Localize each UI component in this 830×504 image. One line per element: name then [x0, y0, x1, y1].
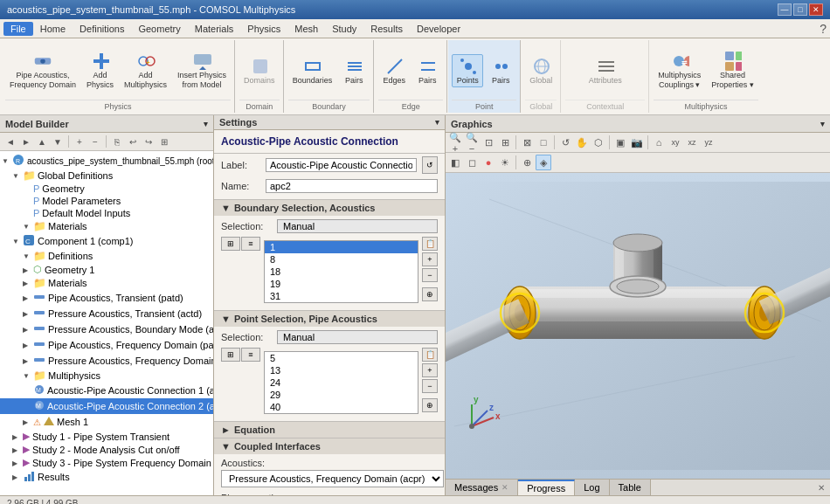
- materials-global-expand-icon[interactable]: [23, 222, 33, 231]
- definitions-expand-icon[interactable]: [23, 252, 33, 260]
- domains-button[interactable]: Domains: [239, 54, 280, 88]
- tree-item-apc2[interactable]: M Acoustic-Pipe Acoustic Connection 2 (a…: [0, 398, 213, 414]
- wireframe-button[interactable]: ⬡: [591, 135, 606, 150]
- tree-item-model-params[interactable]: P Model Parameters: [0, 195, 213, 207]
- light-button[interactable]: ☀: [497, 155, 513, 170]
- selection-highlight-button[interactable]: ◈: [536, 155, 551, 170]
- attributes-button[interactable]: Attributes: [584, 54, 626, 88]
- boundary-pairs-button[interactable]: Pairs: [338, 54, 370, 88]
- mb-up-button[interactable]: ▲: [35, 135, 49, 148]
- point-view-btn-1[interactable]: ⊞: [221, 348, 240, 362]
- zoom-in-button[interactable]: 🔍+: [447, 135, 463, 150]
- boundary-item-8[interactable]: 8: [265, 253, 418, 266]
- point-selection-list[interactable]: 5 13 24 29 40: [264, 351, 418, 414]
- tab-table[interactable]: Table: [610, 480, 651, 495]
- tree-item-pipe-acoustics-fd[interactable]: Pipe Acoustics, Frequency Domain (pafd): [0, 337, 213, 353]
- study1-expand-icon[interactable]: [12, 432, 23, 441]
- geom1-expand-icon[interactable]: [23, 266, 33, 274]
- close-button[interactable]: ✕: [809, 3, 823, 16]
- shared-properties-button[interactable]: SharedProperties ▾: [707, 49, 758, 93]
- acoustics-select[interactable]: Pressure Acoustics, Frequency Domain (ac…: [221, 470, 444, 487]
- point-item-13[interactable]: 13: [265, 364, 418, 376]
- menu-home[interactable]: Home: [33, 22, 73, 36]
- select-all-button[interactable]: ⊠: [519, 135, 535, 150]
- menu-file[interactable]: File: [3, 22, 33, 36]
- menu-materials[interactable]: Materials: [188, 22, 241, 36]
- tree-item-study2[interactable]: ▶ Study 2 - Mode Analysis Cut on/off: [0, 443, 213, 456]
- name-input[interactable]: [266, 179, 438, 193]
- label-reset-button[interactable]: ↺: [422, 156, 438, 174]
- boundary-paste-btn[interactable]: 📋: [422, 237, 438, 251]
- tree-item-pressure-t[interactable]: Pressure Acoustics, Transient (actd): [0, 306, 213, 321]
- settings-collapse-icon[interactable]: ▾: [435, 118, 439, 127]
- equation-header[interactable]: ► Equation: [214, 422, 445, 438]
- tree-item-materials-global[interactable]: 📁 Materials: [0, 219, 213, 233]
- window-controls[interactable]: — □ ✕: [778, 3, 823, 16]
- zoom-select-button[interactable]: ⊞: [497, 135, 513, 150]
- mb-down-button[interactable]: ▼: [51, 135, 65, 148]
- global-button[interactable]: Global: [525, 54, 557, 88]
- reset-view-button[interactable]: ⌂: [651, 135, 667, 150]
- insert-physics-button[interactable]: Insert Physicsfrom Model: [173, 49, 231, 93]
- mb-undo-button[interactable]: ↩: [126, 135, 140, 148]
- rotate-button[interactable]: ↺: [557, 135, 573, 150]
- maximize-button[interactable]: □: [793, 3, 807, 16]
- pressure-bm-expand-icon[interactable]: [23, 325, 33, 334]
- graphics-collapse-icon[interactable]: ▾: [820, 120, 825, 128]
- tree-item-materials[interactable]: 📁 Materials: [0, 276, 213, 290]
- tree-item-global-defs[interactable]: 📁 Global Definitions: [0, 169, 213, 183]
- mb-redo-button[interactable]: ↪: [142, 135, 156, 148]
- edges-button[interactable]: Edges: [378, 54, 410, 88]
- menu-results[interactable]: Results: [363, 22, 410, 36]
- study2-expand-icon[interactable]: [12, 445, 23, 454]
- tree-item-root[interactable]: R acoustics_pipe_system_thumbnail_55.mph…: [0, 153, 213, 169]
- pafd-expand-icon[interactable]: [23, 341, 33, 349]
- root-expand-icon[interactable]: [2, 156, 12, 165]
- mb-forward-button[interactable]: ►: [19, 135, 33, 148]
- mb-copy-button[interactable]: ⎘: [110, 135, 124, 148]
- tree-item-geom1[interactable]: ⬡ Geometry 1: [0, 263, 213, 276]
- menu-physics[interactable]: Physics: [240, 22, 287, 36]
- boundaries-button[interactable]: Boundaries: [288, 54, 337, 88]
- comp1-expand-icon[interactable]: [12, 237, 23, 245]
- point-item-5[interactable]: 5: [265, 352, 418, 364]
- boundary-view-btn-1[interactable]: ⊞: [221, 237, 240, 251]
- boundary-item-1[interactable]: 1: [265, 241, 418, 253]
- tab-messages[interactable]: Messages ✕: [446, 480, 518, 495]
- screenshot-button[interactable]: 📷: [629, 135, 645, 150]
- tree-item-mesh1[interactable]: ⚠ Mesh 1: [0, 414, 213, 430]
- menu-study[interactable]: Study: [325, 22, 363, 36]
- point-replace-btn[interactable]: ⊕: [422, 398, 438, 412]
- render-button[interactable]: ▣: [612, 135, 628, 150]
- multiphysics-expand-icon[interactable]: [23, 371, 33, 380]
- edge-button[interactable]: ◻: [464, 155, 480, 170]
- color-button[interactable]: ●: [481, 155, 496, 170]
- tree-item-pressure-fd[interactable]: Pressure Acoustics, Frequency Domain (ac…: [0, 353, 213, 369]
- model-builder-collapse[interactable]: ▾: [204, 120, 208, 128]
- boundary-remove-btn[interactable]: −: [422, 268, 438, 282]
- tree-item-multiphysics[interactable]: 📁 Multiphysics: [0, 369, 213, 383]
- tree-item-pressure-bm[interactable]: Pressure Acoustics, Boundary Mode (acbm): [0, 321, 213, 337]
- mb-add-button[interactable]: +: [73, 135, 86, 148]
- transparency-button[interactable]: ◧: [447, 155, 463, 170]
- point-view-btn-2[interactable]: ≡: [241, 348, 260, 362]
- view-xz-button[interactable]: xz: [684, 135, 700, 150]
- study3-expand-icon[interactable]: [12, 459, 23, 467]
- tree-item-apc1[interactable]: M Acoustic-Pipe Acoustic Connection 1 (a…: [0, 383, 213, 398]
- point-selection-header[interactable]: ▼ Point Selection, Pipe Acoustics: [214, 311, 445, 327]
- tree-item-definitions[interactable]: 📁 Definitions: [0, 249, 213, 263]
- coupled-interfaces-header[interactable]: ▼ Coupled Interfaces: [214, 438, 445, 454]
- menu-definitions[interactable]: Definitions: [73, 22, 131, 36]
- zoom-extent-button[interactable]: ⊡: [481, 135, 496, 150]
- tree-item-results[interactable]: Results: [0, 469, 213, 485]
- minimize-button[interactable]: —: [778, 3, 792, 16]
- help-button[interactable]: ?: [820, 22, 827, 36]
- view-yz-button[interactable]: yz: [701, 135, 716, 150]
- boundary-selection-list[interactable]: 1 8 18 19 31: [264, 240, 418, 303]
- mb-delete-button[interactable]: −: [88, 135, 102, 148]
- pipe-acoustics-frequency-button[interactable]: Pipe Acoustics,Frequency Domain: [5, 49, 80, 93]
- tab-progress[interactable]: Progress: [518, 480, 575, 495]
- point-pairs-button[interactable]: Pairs: [485, 54, 516, 88]
- add-physics-button[interactable]: AddPhysics: [82, 49, 118, 93]
- tree-item-geometry[interactable]: P Geometry: [0, 183, 213, 195]
